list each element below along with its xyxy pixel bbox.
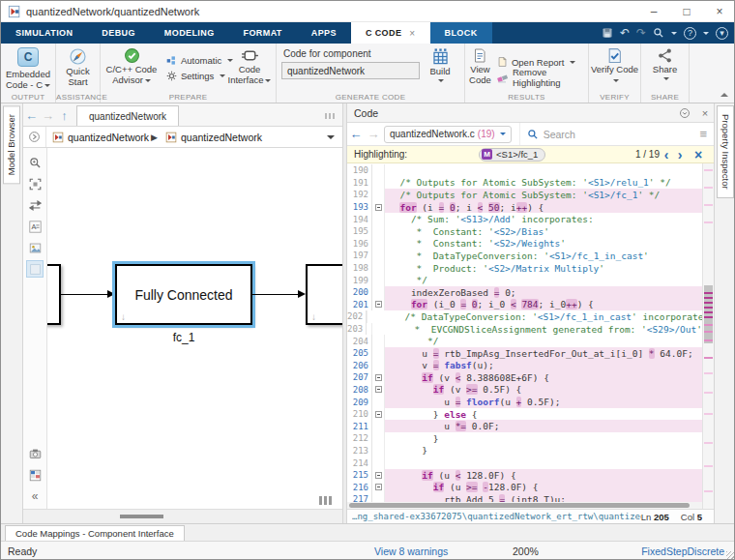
next-highlight-icon[interactable]: › (673, 147, 687, 162)
code-line-208[interactable]: 208 if (v >= 0.5F) { (347, 384, 702, 397)
signal-line-in[interactable] (61, 294, 108, 295)
code-line-190[interactable]: 190 (347, 164, 702, 177)
embedded-code-button[interactable]: C Embedded Code - C (1, 46, 55, 90)
canvas-hscrollbar[interactable] (23, 509, 342, 523)
file-path[interactable]: …ng_shared-ex33672075\quantizedNetwork_e… (352, 512, 641, 521)
property-inspector-tab[interactable]: Property Inspector (717, 105, 734, 198)
code-line-200[interactable]: 200 indexZeroBased = 0; (347, 286, 702, 299)
fold-toggle-icon[interactable] (372, 299, 385, 311)
quick-start-button[interactable]: Quick Start (56, 46, 100, 87)
ribbon-tab-modeling[interactable]: MODELING (150, 22, 229, 44)
code-line-202[interactable]: 202 /* DataTypeConversion: '<S1>/fc_1_in… (347, 310, 702, 323)
ribbon-tab-debug[interactable]: DEBUG (87, 22, 150, 44)
search-icon[interactable] (653, 27, 664, 39)
panel-menu-icon[interactable] (679, 107, 696, 119)
close-button[interactable]: × (703, 5, 735, 18)
code-line-194[interactable]: 194 /* Sum: '<S13>/Add' incorporates: (347, 213, 702, 225)
prev-highlight-icon[interactable]: ‹ (660, 147, 673, 162)
settings-button[interactable]: Settings (164, 68, 222, 83)
code-editor[interactable]: 190191 /* Outputs for Atomic SubSystem: … (347, 163, 714, 509)
signal-routing-icon[interactable] (26, 196, 44, 214)
scrollbar-thumb[interactable] (704, 285, 713, 343)
annotation-icon[interactable]: A (26, 218, 44, 235)
code-line-192[interactable]: 192 /* Outputs for Atomic SubSystem: '<S… (347, 189, 702, 201)
breadcrumb-dropdown-icon[interactable] (327, 135, 335, 143)
code-line-201[interactable]: 201 for (i_0 = 0; i_0 < 784; i_0++) { (347, 299, 702, 311)
sample-time-legend-icon[interactable] (26, 260, 44, 278)
window-resize-grip[interactable] (726, 551, 734, 559)
viewmarks-icon[interactable] (26, 239, 44, 256)
ribbon-tab-apps[interactable]: APPS (297, 22, 351, 44)
search-dropdown-icon[interactable] (671, 32, 677, 38)
clear-highlighting-icon[interactable]: × (687, 147, 710, 162)
block-fc-1[interactable]: Fully Connected ↓ (115, 264, 252, 325)
fold-toggle-icon[interactable] (372, 481, 385, 493)
ribbon-tab-format[interactable]: FORMAT (229, 22, 297, 44)
help-icon[interactable]: ? (684, 27, 696, 40)
file-dropdown[interactable]: quantizedNetwork.c (19) (384, 126, 512, 143)
forward-icon[interactable]: → (40, 108, 56, 126)
help-dropdown-icon[interactable] (703, 32, 709, 38)
code-line-204[interactable]: 204 */ (347, 335, 702, 347)
canvas-resize-grip[interactable] (319, 496, 333, 505)
scrollbar-thumb[interactable] (120, 515, 163, 518)
close-tab-icon[interactable]: × (409, 28, 415, 39)
component-input[interactable]: quantizedNetwork (281, 62, 420, 79)
fold-toggle-icon[interactable] (372, 201, 385, 214)
panel-close-icon[interactable]: × (696, 107, 714, 119)
fold-toggle-icon[interactable] (372, 384, 385, 397)
remove-highlighting-button[interactable]: Remove Highlighting (495, 70, 588, 85)
collapse-palette-icon[interactable]: « (26, 487, 44, 505)
model-browser-tab[interactable]: Model Browser (3, 105, 20, 184)
canvas-tab[interactable]: quantizedNetwork (76, 105, 179, 126)
zoom-icon[interactable] (26, 154, 44, 171)
code-line-211[interactable]: 211 u *= 0.0F; (347, 420, 702, 432)
fold-toggle-icon[interactable] (372, 469, 385, 482)
minimize-ribbon-icon[interactable]: ▾ (716, 27, 728, 40)
maximize-button[interactable]: □ (670, 5, 703, 18)
share-button[interactable]: Share (641, 46, 689, 83)
collapse-toolstrip-icon[interactable] (720, 89, 728, 97)
fold-toggle-icon[interactable] (372, 408, 385, 421)
menu-icon[interactable]: ≡ (699, 127, 707, 141)
code-line-210[interactable]: 210 } else { (347, 408, 702, 421)
fit-to-view-icon[interactable] (26, 175, 44, 192)
scrollbar-thumb[interactable] (349, 503, 690, 508)
code-line-193[interactable]: 193 for (i = 0; i < 50; i++) { (347, 201, 702, 214)
back-icon[interactable]: ← (23, 108, 40, 126)
minimize-button[interactable]: – (637, 5, 670, 18)
up-to-parent-icon[interactable]: ↑ (56, 108, 73, 126)
block-left-partial[interactable] (47, 264, 61, 325)
highlight-tag[interactable]: M <S1>/fc_1 (479, 148, 545, 162)
code-mappings-tab[interactable]: Code Mappings - Component Interface (5, 525, 185, 541)
code-line-197[interactable]: 197 * DataTypeConversion: '<S1>/fc_1_in_… (347, 250, 702, 262)
code-hscrollbar[interactable] (347, 502, 702, 509)
fold-toggle-icon[interactable] (372, 371, 385, 384)
code-line-214[interactable]: 214 (347, 457, 702, 469)
block-right-partial[interactable]: ↓ (306, 264, 342, 325)
code-line-196[interactable]: 196 * Constant: '<S2>/Weights' (347, 238, 702, 251)
ribbon-tab-block[interactable]: BLOCK (430, 22, 492, 44)
signal-line-out[interactable] (252, 294, 299, 295)
code-vscrollbar[interactable] (702, 163, 714, 509)
code-forward-icon[interactable]: → (365, 127, 382, 141)
code-line-191[interactable]: 191 /* Outputs for Atomic SubSystem: '<S… (347, 177, 702, 190)
code-line-205[interactable]: 205 u = rtb_ImpAsg_InsertedFor_Out_at_i[… (347, 347, 702, 360)
block-name-label[interactable]: fc_1 (115, 331, 252, 344)
undo-icon[interactable]: ↶ (620, 27, 630, 39)
verify-code-button[interactable]: Verify Code (589, 46, 640, 85)
code-line-199[interactable]: 199 */ (347, 274, 702, 286)
ribbon-tab-simulation[interactable]: SIMULATION (1, 22, 87, 44)
code-line-203[interactable]: 203 * EVCGNDSliceAssignment generated fr… (347, 323, 702, 336)
code-trace-badge-icon[interactable]: ↓ (311, 311, 316, 322)
redo-icon[interactable]: ↷ (636, 27, 646, 39)
search-input[interactable]: Search (519, 123, 693, 145)
code-back-icon[interactable]: ← (347, 127, 365, 141)
code-line-207[interactable]: 207 if (v < 8.388608E+6F) { (347, 371, 702, 384)
solver-link[interactable]: FixedStepDiscrete (641, 545, 724, 557)
code-line-213[interactable]: 213 } (347, 445, 702, 457)
code-line-215[interactable]: 215 if (u < 128.0F) { (347, 469, 702, 482)
code-line-206[interactable]: 206 v = fabsf(u); (347, 360, 702, 372)
view-warnings-link[interactable]: View 8 warnings (374, 545, 448, 557)
breadcrumb-item-current[interactable]: quantizedNetwork (160, 132, 262, 143)
